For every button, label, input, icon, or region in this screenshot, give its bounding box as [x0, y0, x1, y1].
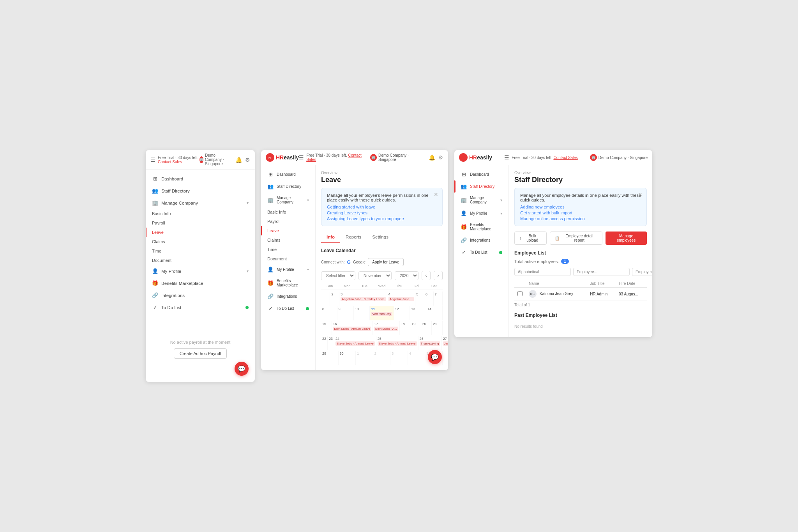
tab-reports[interactable]: Reports: [340, 232, 367, 243]
tab-settings[interactable]: Settings: [367, 232, 394, 243]
mid-contact-sales-link[interactable]: Contact Sales: [306, 153, 362, 162]
employee-filter-row: [514, 268, 647, 276]
past-employee-list-title: Past Employee List: [514, 313, 647, 318]
scene: ☰ Free Trial · 30 days left. Contact Sal…: [146, 150, 652, 382]
right-banner-close-btn[interactable]: ✕: [638, 191, 643, 198]
right-contact-sales-link[interactable]: Contact Sales: [553, 156, 577, 160]
right-nav-my-profile[interactable]: 👤 My Profile ▾: [454, 207, 508, 219]
cal-prev-button[interactable]: ‹: [422, 271, 431, 280]
mid-nav-todo[interactable]: ✓ To Do List: [261, 302, 315, 315]
contact-sales-link[interactable]: Contact Sales: [158, 160, 182, 164]
total-employees-label: Total active employees:: [514, 259, 559, 264]
nav-sub-time[interactable]: Time: [146, 246, 255, 256]
mid-sub-payroll[interactable]: Payroll: [261, 217, 315, 226]
right-hamburger-icon[interactable]: ☰: [504, 154, 509, 161]
mid-banner-close-btn[interactable]: ✕: [434, 191, 438, 198]
right-banner-link-3[interactable]: Manage online access permission: [520, 216, 641, 221]
chat-fab-mid[interactable]: 💬: [428, 350, 442, 364]
nav-item-integrations[interactable]: 🔗 Integrations: [146, 289, 255, 301]
tab-info[interactable]: Info: [321, 232, 340, 243]
mid-hamburger-icon[interactable]: ☰: [299, 154, 304, 161]
mid-nav-my-profile[interactable]: 👤 My Profile ▾: [261, 263, 315, 276]
employee-detail-report-button[interactable]: 📋 Employee detail report: [550, 232, 602, 245]
mid-settings-icon[interactable]: ⚙: [438, 154, 443, 161]
right-nav-label-manage: Manage Company: [470, 196, 497, 204]
employee-id-filter[interactable]: [632, 268, 652, 276]
upload-icon: ↑: [519, 236, 521, 240]
right-banner-link-2[interactable]: Get started with bulk import: [520, 210, 641, 215]
cal-next-button[interactable]: ›: [434, 271, 443, 280]
mid-nav-label-manage: Manage Company: [277, 196, 304, 204]
mid-sub-document[interactable]: Document: [261, 254, 315, 263]
nav-item-staff-directory[interactable]: 👥 Staff Directory: [146, 185, 255, 197]
nav-item-benefits[interactable]: 🎁 Benefits Marketplace: [146, 277, 255, 289]
cal-day-mon: Mon: [339, 284, 356, 288]
cal-cell: 13: [410, 306, 426, 320]
mid-banner-link-2[interactable]: Creating Leave types: [327, 210, 437, 215]
right-manage-chevron: ▾: [500, 198, 502, 202]
mid-nav-staff-directory[interactable]: 👥 Staff Directory: [261, 180, 315, 193]
nav-item-manage-company[interactable]: 🏢 Manage Company ▾: [146, 197, 255, 209]
mid-nav-integrations[interactable]: 🔗 Integrations: [261, 290, 315, 302]
right-banner-link-1[interactable]: Adding new employees: [520, 205, 641, 209]
mid-nav-manage-company[interactable]: 🏢 Manage Company ▾: [261, 193, 315, 207]
right-nav-label-benefits: Benefits Marketplace: [470, 223, 502, 231]
mid-nav-label-dashboard: Dashboard: [277, 172, 296, 177]
mid-nav-label-profile: My Profile: [277, 267, 294, 272]
nav-sub-payroll[interactable]: Payroll: [146, 218, 255, 228]
left-header-right: 🏢 Demo Company · Singapore 🔔 ⚙: [200, 153, 250, 166]
nav-sub-leave[interactable]: Leave: [146, 228, 255, 237]
mid-body: ⊞ Dashboard 👥 Staff Directory 🏢 Manage C…: [261, 165, 448, 370]
cal-filter-select[interactable]: Select filter: [321, 271, 355, 280]
right-logo-hr: HR: [469, 154, 477, 161]
mid-banner-link-1[interactable]: Getting started with leave: [327, 205, 437, 209]
mid-banner-links: Getting started with leave Creating Leav…: [327, 205, 437, 221]
cal-cell: 17 Elon Musk · A...: [373, 321, 400, 335]
mid-sidebar: ⊞ Dashboard 👥 Staff Directory 🏢 Manage C…: [261, 165, 316, 370]
nav-item-dashboard[interactable]: ⊞ Dashboard: [146, 173, 255, 185]
bell-icon[interactable]: 🔔: [235, 157, 242, 163]
no-payroll-message: No active payroll at the moment: [170, 340, 231, 345]
mid-sub-basic-info[interactable]: Basic Info: [261, 207, 315, 217]
employee-name-filter[interactable]: [573, 268, 630, 276]
mid-sub-time[interactable]: Time: [261, 245, 315, 254]
left-panel-header: ☰ Free Trial · 30 days left. Contact Sal…: [146, 150, 255, 170]
google-g-icon: G: [347, 260, 351, 265]
create-adhoc-button[interactable]: Create Ad hoc Payroll: [174, 348, 227, 359]
nav-sub-document[interactable]: Document: [146, 256, 255, 265]
right-nav-manage-company[interactable]: 🏢 Manage Company ▾: [454, 193, 508, 207]
right-company-badge: 🏢 Demo Company · Singapore: [590, 154, 648, 161]
mid-sub-claims[interactable]: Claims: [261, 235, 315, 245]
right-nav-todo[interactable]: ✓ To Do List: [454, 246, 508, 258]
right-nav-dashboard[interactable]: ⊞ Dashboard: [454, 168, 508, 180]
mid-nav-dashboard[interactable]: ⊞ Dashboard: [261, 168, 315, 180]
apply-leave-button[interactable]: Apply for Leave: [368, 258, 404, 266]
hamburger-icon[interactable]: ☰: [150, 157, 155, 163]
cal-month-select[interactable]: November: [358, 271, 392, 280]
bulk-upload-label: Bulk upload: [523, 234, 542, 242]
right-nav-benefits[interactable]: 🎁 Benefits Marketplace: [454, 219, 508, 234]
cal-year-select[interactable]: 2020: [395, 271, 418, 280]
mid-nav-benefits[interactable]: 🎁 Benefits Marketplace: [261, 276, 315, 290]
right-nav-integrations[interactable]: 🔗 Integrations: [454, 234, 508, 246]
nav-sub-claims[interactable]: Claims: [146, 237, 255, 246]
mid-banner-link-3[interactable]: Assigning Leave types to your employee: [327, 216, 437, 221]
mid-sub-leave[interactable]: Leave: [261, 226, 315, 235]
right-nav-staff-directory[interactable]: 👥 Staff Directory: [454, 180, 508, 193]
nav-item-todo[interactable]: ✓ To Do List: [146, 301, 255, 313]
cal-event-holiday: Thanksgiving: [420, 341, 440, 346]
cal-row-2: 8 9 10 11 Veterans Day 12 13 14: [321, 306, 443, 320]
dashboard-icon: ⊞: [152, 176, 158, 182]
nav-item-my-profile[interactable]: 👤 My Profile ▾: [146, 265, 255, 277]
employee-name: Katriona Jean Grey: [540, 292, 573, 296]
chat-fab-left[interactable]: 💬: [235, 362, 249, 376]
settings-icon[interactable]: ⚙: [245, 157, 250, 163]
cal-cell: 1: [356, 351, 373, 365]
mid-bell-icon[interactable]: 🔔: [429, 154, 435, 161]
row-checkbox[interactable]: [517, 291, 523, 296]
nav-sub-basic-info[interactable]: Basic Info: [146, 209, 255, 218]
alpha-filter-input[interactable]: [514, 268, 571, 276]
cal-cell: 3: [390, 351, 408, 365]
bulk-upload-button[interactable]: ↑ Bulk upload: [514, 232, 547, 245]
manage-employees-button[interactable]: Manage employees: [606, 232, 647, 245]
